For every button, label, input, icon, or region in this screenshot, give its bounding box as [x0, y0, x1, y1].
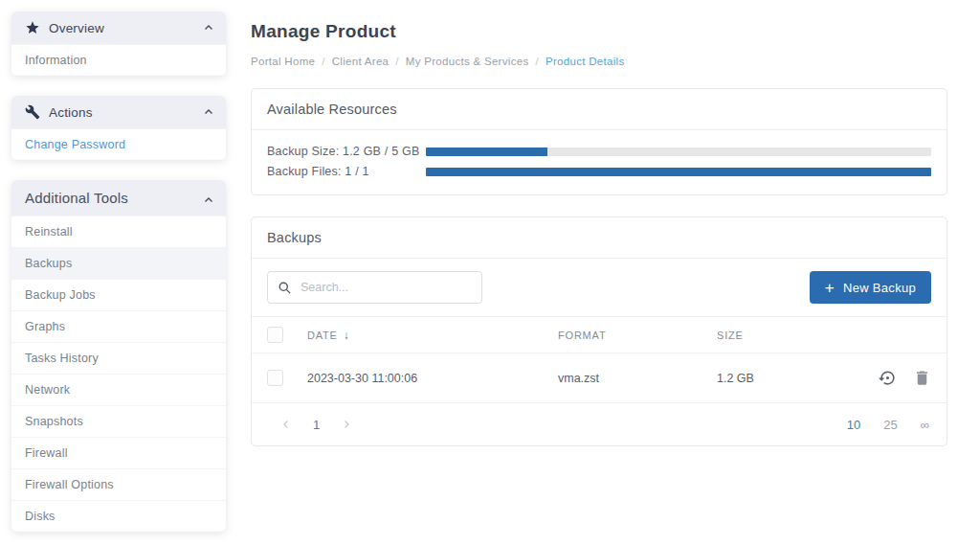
sort-descending-icon: ↓: [344, 329, 350, 342]
sidebar-item-snapshots[interactable]: Snapshots: [11, 405, 226, 437]
sidebar-card-actions: Actions Change Password: [11, 96, 226, 160]
backup-size-label: Backup Size: 1.2 GB / 5 GB: [267, 145, 426, 158]
sidebar-header-additional-tools-label: Additional Tools: [25, 190, 128, 206]
row-select-cell: [267, 370, 307, 386]
select-all-cell: [267, 327, 307, 343]
sidebar-card-additional-tools: Additional Tools Reinstall Backups Backu…: [11, 180, 226, 532]
sidebar-card-overview: Overview Information: [11, 11, 226, 76]
backup-size-progress-fill: [426, 148, 547, 156]
chevron-up-icon: [203, 193, 214, 204]
row-checkbox[interactable]: [267, 370, 283, 386]
row-actions: [858, 369, 931, 387]
breadcrumb: Portal Home / Client Area / My Products …: [251, 56, 947, 67]
search-box: [267, 271, 482, 304]
breadcrumb-separator: /: [395, 56, 399, 67]
available-resources-body: Backup Size: 1.2 GB / 5 GB Backup Files:…: [252, 130, 947, 194]
backups-toolbar: + New Backup: [252, 259, 947, 317]
sidebar-item-firewall-options[interactable]: Firewall Options: [11, 468, 226, 500]
wrench-icon: [25, 104, 40, 120]
backups-title: Backups: [252, 217, 947, 259]
sidebar-item-backups[interactable]: Backups: [11, 247, 226, 279]
breadcrumb-client-area[interactable]: Client Area: [332, 56, 390, 67]
chevron-up-icon: [203, 22, 214, 34]
backup-size-meter-row: Backup Size: 1.2 GB / 5 GB: [267, 145, 931, 158]
plus-icon: +: [825, 280, 835, 296]
main-content: Manage Product Portal Home / Client Area…: [251, 11, 947, 546]
breadcrumb-separator: /: [535, 56, 539, 67]
page-size-selector: 10 25 ∞: [847, 418, 929, 432]
backup-size-cell: 1.2 GB: [717, 372, 858, 385]
star-icon: [25, 20, 40, 35]
breadcrumb-product-details: Product Details: [546, 56, 624, 67]
breadcrumb-my-products[interactable]: My Products & Services: [406, 56, 529, 67]
new-backup-button-label: New Backup: [843, 281, 916, 295]
table-row: 2023-03-30 11:00:06 vma.zst 1.2 GB: [252, 353, 947, 402]
column-header-date[interactable]: DATE ↓: [307, 329, 558, 342]
page-size-10[interactable]: 10: [847, 418, 860, 432]
available-resources-card: Available Resources Backup Size: 1.2 GB …: [251, 88, 947, 195]
backup-files-progress-fill: [426, 168, 931, 176]
sidebar-item-network[interactable]: Network: [11, 374, 226, 405]
column-header-size[interactable]: SIZE: [717, 330, 858, 341]
chevron-up-icon: [203, 106, 214, 118]
sidebar-item-firewall[interactable]: Firewall: [11, 437, 226, 468]
backup-date-cell: 2023-03-30 11:00:06: [307, 372, 558, 385]
pagination-next-icon[interactable]: [341, 419, 352, 430]
sidebar-item-backup-jobs[interactable]: Backup Jobs: [11, 279, 226, 310]
backups-card: Backups + New Backup DATE ↓: [251, 216, 947, 446]
sidebar-header-overview-label: Overview: [49, 21, 104, 35]
pagination-bar: 1 10 25 ∞: [252, 402, 947, 445]
pagination-prev-icon[interactable]: [280, 419, 292, 430]
available-resources-title: Available Resources: [252, 89, 947, 130]
backup-files-meter-row: Backup Files: 1 / 1: [267, 165, 931, 178]
sidebar-header-overview[interactable]: Overview: [11, 11, 226, 44]
sidebar-item-information[interactable]: Information: [11, 44, 226, 76]
column-date-label: DATE: [307, 330, 338, 341]
new-backup-button[interactable]: + New Backup: [810, 271, 931, 304]
table-header-row: DATE ↓ FORMAT SIZE: [252, 317, 947, 353]
sidebar-item-reinstall[interactable]: Reinstall: [11, 216, 226, 247]
select-all-checkbox[interactable]: [267, 327, 283, 343]
page-size-25[interactable]: 25: [883, 418, 897, 432]
column-header-format[interactable]: FORMAT: [558, 330, 717, 341]
backup-files-progressbar: [426, 168, 931, 176]
backup-files-label: Backup Files: 1 / 1: [267, 165, 426, 178]
sidebar-header-additional-tools[interactable]: Additional Tools: [11, 180, 226, 216]
page-size-infinity[interactable]: ∞: [921, 418, 929, 432]
delete-backup-icon[interactable]: [913, 369, 931, 387]
column-format-label: FORMAT: [558, 330, 606, 341]
pagination-page-1[interactable]: 1: [313, 418, 320, 432]
breadcrumb-separator: /: [322, 56, 325, 67]
sidebar-item-change-password[interactable]: Change Password: [11, 128, 226, 160]
search-icon: [278, 281, 292, 295]
restore-backup-icon[interactable]: [879, 369, 897, 387]
search-input[interactable]: [301, 281, 472, 294]
sidebar-header-actions[interactable]: Actions: [11, 96, 226, 128]
column-size-label: SIZE: [717, 330, 744, 341]
sidebar-item-graphs[interactable]: Graphs: [11, 310, 226, 342]
sidebar-item-tasks-history[interactable]: Tasks History: [11, 342, 226, 374]
page-title: Manage Product: [251, 21, 947, 42]
backups-table: DATE ↓ FORMAT SIZE 2023-03-30 11:00:06 v…: [252, 317, 947, 445]
sidebar: Overview Information Actions Change Pass…: [11, 11, 226, 546]
backup-size-progressbar: [426, 148, 931, 156]
sidebar-header-actions-label: Actions: [49, 105, 93, 120]
backup-format-cell: vma.zst: [558, 372, 717, 385]
sidebar-item-disks[interactable]: Disks: [11, 500, 226, 532]
breadcrumb-portal-home[interactable]: Portal Home: [251, 56, 315, 67]
